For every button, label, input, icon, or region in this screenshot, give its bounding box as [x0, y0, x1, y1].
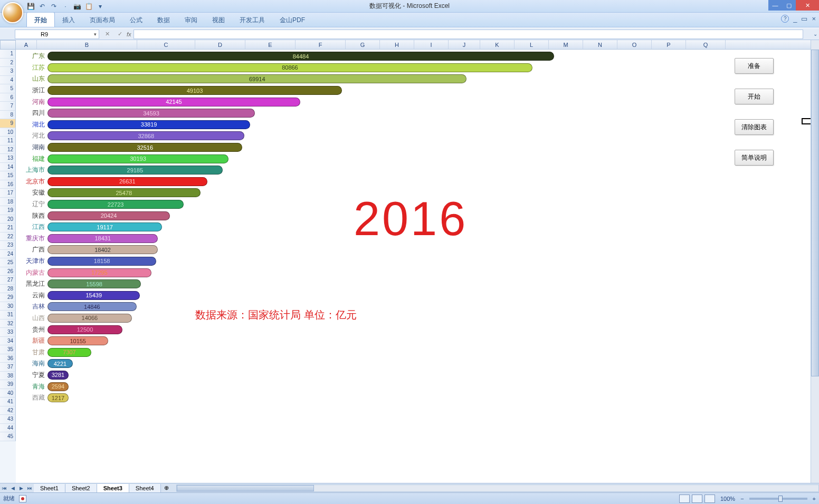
row-header-25[interactable]: 25: [0, 258, 16, 267]
ribbon-tab-5[interactable]: 审阅: [177, 13, 205, 27]
sheet-tab-Sheet3[interactable]: Sheet3: [97, 484, 129, 492]
column-header-N[interactable]: N: [583, 40, 617, 49]
row-header-45[interactable]: 45: [0, 432, 16, 441]
row-header-14[interactable]: 14: [0, 163, 16, 172]
row-header-1[interactable]: 1: [0, 50, 16, 59]
zoom-thumb[interactable]: [778, 496, 783, 502]
ribbon-tab-3[interactable]: 公式: [122, 13, 150, 27]
doc-minimize-icon[interactable]: _: [793, 15, 797, 23]
row-header-34[interactable]: 34: [0, 337, 16, 346]
select-all-corner[interactable]: [0, 40, 16, 50]
row-header-37[interactable]: 37: [0, 363, 16, 372]
row-header-21[interactable]: 21: [0, 224, 16, 232]
row-header-4[interactable]: 4: [0, 76, 16, 85]
help-icon[interactable]: ?: [781, 15, 789, 23]
row-header-27[interactable]: 27: [0, 276, 16, 285]
next-sheet-icon[interactable]: ▶: [17, 486, 25, 491]
column-header-K[interactable]: K: [480, 40, 515, 49]
sheet-tab-Sheet2[interactable]: Sheet2: [65, 484, 97, 492]
row-header-11[interactable]: 11: [0, 137, 16, 146]
column-header-D[interactable]: D: [195, 40, 245, 49]
zoom-level[interactable]: 100%: [720, 496, 735, 502]
column-header-L[interactable]: L: [515, 40, 549, 49]
row-header-38[interactable]: 38: [0, 372, 16, 381]
help-button[interactable]: 简单说明: [735, 150, 774, 166]
doc-close-icon[interactable]: ×: [812, 15, 816, 23]
row-header-40[interactable]: 40: [0, 389, 16, 398]
column-header-M[interactable]: M: [549, 40, 583, 49]
row-header-5[interactable]: 5: [0, 84, 16, 93]
row-header-36[interactable]: 36: [0, 354, 16, 363]
paste-icon[interactable]: 📋: [84, 2, 93, 11]
vscroll-thumb[interactable]: [811, 50, 819, 376]
column-header-A[interactable]: A: [16, 40, 37, 49]
row-header-29[interactable]: 29: [0, 293, 16, 302]
zoom-slider[interactable]: [749, 498, 807, 500]
column-header-O[interactable]: O: [617, 40, 652, 49]
zoom-out-icon[interactable]: −: [740, 496, 744, 502]
row-header-32[interactable]: 32: [0, 319, 16, 328]
formula-expand-icon[interactable]: ⌄: [812, 31, 819, 37]
row-header-43[interactable]: 43: [0, 415, 16, 424]
row-header-16[interactable]: 16: [0, 180, 16, 189]
prepare-button[interactable]: 准备: [735, 58, 774, 74]
row-header-17[interactable]: 17: [0, 189, 16, 198]
first-sheet-icon[interactable]: ⏮: [0, 486, 8, 491]
column-header-G[interactable]: G: [346, 40, 380, 49]
row-header-26[interactable]: 26: [0, 267, 16, 276]
macro-record-icon[interactable]: [19, 495, 26, 502]
row-header-20[interactable]: 20: [0, 215, 16, 224]
qat-dropdown-icon[interactable]: ▾: [96, 2, 104, 11]
last-sheet-icon[interactable]: ⏭: [25, 486, 34, 491]
column-header-Q[interactable]: Q: [686, 40, 726, 49]
column-header-P[interactable]: P: [652, 40, 686, 49]
row-header-13[interactable]: 13: [0, 154, 16, 163]
column-header-I[interactable]: I: [414, 40, 449, 49]
row-header-18[interactable]: 18: [0, 198, 16, 207]
minimize-button[interactable]: —: [768, 0, 782, 11]
row-header-35[interactable]: 35: [0, 345, 16, 354]
name-box[interactable]: R9: [15, 30, 99, 39]
office-button[interactable]: [2, 2, 23, 23]
column-header-C[interactable]: C: [137, 40, 195, 49]
normal-view-icon[interactable]: [679, 495, 690, 503]
sheet-tab-Sheet4[interactable]: Sheet4: [129, 484, 161, 492]
undo-icon[interactable]: ↶: [38, 2, 46, 11]
row-header-2[interactable]: 2: [0, 59, 16, 67]
row-header-19[interactable]: 19: [0, 206, 16, 215]
ribbon-tab-1[interactable]: 插入: [55, 13, 82, 27]
column-header-J[interactable]: J: [449, 40, 480, 49]
maximize-button[interactable]: ▢: [782, 0, 796, 11]
ribbon-tab-7[interactable]: 开发工具: [232, 13, 272, 27]
row-header-6[interactable]: 6: [0, 93, 16, 102]
row-header-39[interactable]: 39: [0, 380, 16, 389]
row-header-12[interactable]: 12: [0, 146, 16, 154]
page-break-view-icon[interactable]: [704, 495, 715, 503]
prev-sheet-icon[interactable]: ◀: [8, 486, 17, 491]
row-header-3[interactable]: 3: [0, 67, 16, 76]
row-header-24[interactable]: 24: [0, 250, 16, 259]
start-button[interactable]: 开始: [735, 89, 774, 104]
ribbon-tab-0[interactable]: 开始: [26, 12, 55, 27]
row-header-15[interactable]: 15: [0, 171, 16, 180]
save-icon[interactable]: 💾: [26, 2, 35, 11]
row-header-23[interactable]: 23: [0, 241, 16, 250]
close-button[interactable]: ✕: [796, 0, 819, 11]
camera-icon[interactable]: 📷: [73, 2, 81, 11]
row-header-31[interactable]: 31: [0, 311, 16, 319]
new-sheet-icon[interactable]: ⊕: [161, 484, 172, 491]
ribbon-tab-6[interactable]: 视图: [205, 13, 232, 27]
sheet-tab-Sheet1[interactable]: Sheet1: [34, 484, 65, 492]
column-header-H[interactable]: H: [380, 40, 414, 49]
row-header-7[interactable]: 7: [0, 102, 16, 111]
page-layout-view-icon[interactable]: [692, 495, 702, 503]
horizontal-scrollbar[interactable]: [176, 484, 819, 492]
row-header-9[interactable]: 9: [0, 119, 16, 128]
ribbon-tab-4[interactable]: 数据: [150, 13, 177, 27]
worksheet[interactable]: 广东84484江苏80866山东69914浙江49103河南42145四川345…: [16, 50, 811, 483]
redo-icon[interactable]: ↷: [50, 2, 58, 11]
hscroll-thumb[interactable]: [177, 485, 314, 491]
row-header-22[interactable]: 22: [0, 232, 16, 241]
column-header-F[interactable]: F: [296, 40, 346, 49]
row-header-33[interactable]: 33: [0, 328, 16, 337]
